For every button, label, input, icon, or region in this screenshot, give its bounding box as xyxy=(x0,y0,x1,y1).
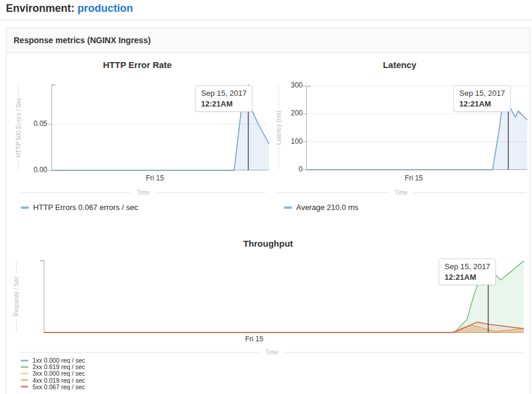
tooltip-time: 12:21AM xyxy=(201,99,246,108)
legend-label: 5xx 0.067 req / sec xyxy=(33,383,85,390)
x-axis-label-text: Time xyxy=(395,189,408,196)
y-tick-label: 300 xyxy=(276,81,303,89)
legend-item-average: Average 210.0 ms xyxy=(284,203,358,212)
legend-item-1xx: 1xx 0.000 req / sec xyxy=(21,357,85,364)
axis-label-line xyxy=(20,192,131,193)
x-axis-label: Time xyxy=(276,189,526,196)
legend-swatch xyxy=(284,206,292,209)
legend-label: 4xx 0.019 req / sec xyxy=(33,377,85,384)
legend-item-4xx: 4xx 0.019 req / sec xyxy=(21,377,85,384)
axis-label-line xyxy=(155,192,266,193)
y-tick-label: 0 xyxy=(276,165,303,173)
tooltip-date: Sep 15, 2017 xyxy=(201,89,246,98)
axis-label-line xyxy=(284,352,524,353)
axis-label-line xyxy=(18,85,19,96)
x-axis-label-text: Time xyxy=(265,349,278,356)
y-tick-label: 200 xyxy=(276,109,303,117)
y-tick-label: 0.05 xyxy=(21,120,47,128)
tooltip-time: 12:21AM xyxy=(445,273,490,282)
axis-label-line xyxy=(413,192,526,193)
x-axis-label: Time xyxy=(20,189,266,196)
legend-swatch xyxy=(21,360,28,361)
y-tick-label: 100 xyxy=(276,137,303,146)
chart-tooltip-http-error-rate: Sep 15, 2017 12:21AM xyxy=(195,85,252,112)
legend-label: HTTP Errors 0.067 errors / sec xyxy=(33,203,138,212)
legend-label: 2xx 0.619 req / sec xyxy=(33,363,85,370)
axis-label-line xyxy=(16,318,17,332)
legend-item-3xx: 3xx 0.000 req / sec xyxy=(21,370,85,377)
axis-label-line xyxy=(20,352,259,353)
y-tick-label: 0.00 xyxy=(21,166,47,174)
chart-tooltip-throughput: Sep 15, 2017 12:21AM xyxy=(439,259,496,285)
y-axis-label: Requests / Sec xyxy=(12,260,20,332)
legend-item-2xx: 2xx 0.619 req / sec xyxy=(21,363,85,370)
tooltip-date: Sep 15, 2017 xyxy=(445,262,490,271)
legend-swatch xyxy=(21,366,28,368)
legend-item-5xx: 5xx 0.067 req / sec xyxy=(21,383,85,390)
panel-title: Response metrics (NGINX Ingress) xyxy=(7,28,530,53)
legend-swatch xyxy=(21,206,29,209)
legend-label: 3xx 0.000 req / sec xyxy=(33,370,85,377)
x-tick-label: Fri 15 xyxy=(231,335,278,343)
monitoring-dashboard: Environment: production Response metrics… xyxy=(0,0,532,394)
environment-heading: Environment: production xyxy=(6,2,133,15)
chart-title-throughput: Throughput xyxy=(6,238,530,248)
legend-swatch xyxy=(21,379,28,381)
tooltip-time: 12:21AM xyxy=(459,99,505,108)
chart-title-latency: Latency xyxy=(269,60,530,70)
legend-label: Average 210.0 ms xyxy=(296,203,358,212)
axis-label-line xyxy=(18,159,19,170)
tooltip-date: Sep 15, 2017 xyxy=(459,89,505,98)
environment-label: Environment: xyxy=(6,2,74,14)
legend-swatch xyxy=(21,373,28,374)
legend-item-http-errors: HTTP Errors 0.067 errors / sec xyxy=(21,203,138,212)
x-tick-label: Fri 15 xyxy=(131,174,179,182)
x-axis-label: Time xyxy=(20,348,524,356)
header-divider xyxy=(0,20,532,20)
legend-swatch xyxy=(21,386,28,387)
x-axis-label-text: Time xyxy=(137,189,150,196)
y-axis-label: Latency (ms) xyxy=(274,86,283,170)
environment-link[interactable]: production xyxy=(77,2,133,14)
legend-label: 1xx 0.000 req / sec xyxy=(33,357,85,364)
x-tick-label: Fri 15 xyxy=(390,174,437,182)
y-axis-label-text: Requests / Sec xyxy=(13,276,20,317)
chart-tooltip-latency: Sep 15, 2017 12:21AM xyxy=(453,85,511,112)
chart-title-http-error-rate: HTTP Error Rate xyxy=(6,60,269,70)
axis-label-line xyxy=(276,192,389,193)
axis-label-line xyxy=(16,260,17,274)
